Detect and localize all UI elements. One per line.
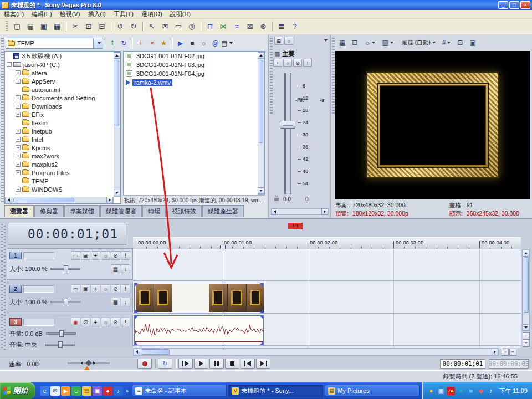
track-row-1[interactable] [133, 249, 521, 281]
tree-item[interactable]: +max2work [6, 152, 114, 160]
track-name-field[interactable] [23, 319, 54, 326]
mute[interactable]: ⊘ [111, 251, 120, 260]
record-arm[interactable]: ◉ [71, 318, 80, 326]
menu-item[interactable]: 檢視(V) [56, 9, 84, 19]
solo[interactable]: ! [121, 318, 130, 326]
dock-tab[interactable]: 媒體產生器 [202, 205, 244, 217]
scroll-up-button[interactable] [258, 52, 264, 59]
track-motion[interactable]: ▣ [81, 251, 90, 260]
tree-expand-toggle[interactable]: + [16, 154, 21, 158]
go-to-start-button[interactable] [241, 359, 255, 369]
insert-assignable-fx[interactable]: ☼ [284, 37, 293, 45]
tree-expand-toggle[interactable]: + [16, 187, 21, 192]
preview-grip[interactable] [332, 38, 335, 115]
tree-expand-toggle[interactable]: + [16, 79, 21, 84]
time-ruler[interactable]: 00:00:00;0000:00:01;0000:00:02;0000:00:0… [133, 237, 521, 249]
tray-icon-2[interactable]: ▣ [437, 387, 445, 395]
tree-expand-toggle[interactable]: + [16, 112, 21, 117]
tree-item[interactable]: +Downloads [6, 102, 114, 110]
track-level-slider[interactable] [50, 268, 80, 270]
track-header-1[interactable]: 1 ▭▣+☼⊘! 大小: 100.0 % ▦↓ [7, 248, 133, 280]
tree-expand-toggle[interactable]: + [16, 170, 21, 175]
tree-item[interactable]: +Documents and Setting [6, 94, 114, 102]
scroll-up-button[interactable] [114, 52, 120, 59]
scroll-right-button[interactable] [106, 197, 113, 203]
quick-launch-chevron[interactable]: » [125, 387, 129, 394]
lock-envelopes[interactable]: ⊠ [243, 20, 257, 33]
track-number[interactable]: 3 [9, 318, 22, 326]
video-event[interactable] [134, 283, 264, 313]
rate-handle[interactable] [85, 360, 91, 366]
project-video-properties[interactable]: ▦ [336, 37, 348, 48]
restore-button[interactable]: □ [509, 1, 519, 9]
slider-knob[interactable] [64, 299, 68, 305]
zoom-in-button[interactable]: + [509, 349, 516, 356]
delete[interactable]: × [146, 38, 158, 49]
menu-item[interactable]: 編輯(E) [28, 9, 56, 19]
pause-button[interactable] [209, 359, 224, 369]
save-project[interactable]: ▣ [37, 20, 50, 33]
undo[interactable]: ↺ [114, 20, 127, 33]
tree-item[interactable]: autorun.inf [6, 85, 114, 94]
msn-icon[interactable]: ☺ [71, 386, 81, 396]
track-level-slider[interactable] [50, 301, 80, 303]
open-project[interactable]: ▤ [24, 20, 37, 33]
tree-item[interactable]: TEMP [6, 177, 114, 185]
close-button[interactable]: × [520, 1, 530, 9]
views[interactable]: ▤ [221, 38, 233, 49]
timeline-grip[interactable] [1, 224, 6, 350]
tree-item[interactable]: +Intel [6, 135, 114, 144]
automation-settings[interactable]: + [91, 318, 100, 326]
task-notepad[interactable]: ≡未命名 - 記事本 [132, 385, 227, 397]
zoom-out-button[interactable]: − [523, 332, 530, 340]
tray-icon-4[interactable]: + [457, 387, 465, 395]
scroll-thumb[interactable] [524, 257, 529, 313]
project-properties[interactable]: ▦ [50, 20, 64, 33]
scroll-up-button[interactable] [523, 250, 529, 257]
start-preview[interactable]: ▶ [175, 38, 186, 49]
tree-item[interactable]: +EFix [6, 110, 114, 119]
lock-icon[interactable] [274, 198, 279, 201]
tray-icon-1[interactable]: ● [427, 387, 435, 395]
track-header-3[interactable]: 3 ◉∅+☼⊘! 音量: 0.0 dB 音場: 中央 [7, 315, 133, 346]
bypass-motion-blur[interactable]: ▭ [71, 284, 80, 293]
tree-item[interactable]: 3.5 軟碟機 (A:) [6, 52, 114, 60]
make-compositing-child[interactable]: ↓ [121, 298, 130, 306]
toolbar-grip[interactable] [6, 21, 8, 32]
automation-settings[interactable]: + [91, 251, 100, 260]
tree-item[interactable]: flexlm [6, 119, 114, 127]
track-fx[interactable]: ☼ [101, 318, 110, 326]
title-bar[interactable]: 未標題的 * - Sony Vegas Pro 8.0 _ □ × [0, 0, 532, 10]
auto-preview[interactable]: ☼ [198, 38, 209, 49]
bus-fx[interactable]: ☼ [283, 59, 292, 67]
task-vegas[interactable]: V未標題的 * - Sony... [228, 385, 323, 397]
zoom-edit-tool[interactable]: ◎ [185, 20, 198, 33]
track-name-field[interactable] [23, 285, 54, 293]
bypass-motion-blur[interactable]: ▭ [71, 251, 80, 260]
time-display[interactable]: 00:00:01;01 [8, 223, 126, 245]
tree-item[interactable]: +Kpcms [6, 144, 114, 152]
whats-this-help[interactable]: ? [288, 20, 301, 33]
split-screen-view[interactable]: ▥ [379, 37, 396, 48]
dock-tab[interactable]: 轉場 [142, 205, 166, 217]
volume-envelope-line[interactable] [135, 341, 263, 342]
paste[interactable]: ⊟ [95, 20, 109, 33]
menu-item[interactable]: 插入(I) [84, 9, 109, 19]
tray-icon-za[interactable]: ZA [447, 387, 455, 395]
go-to-end-button[interactable] [256, 359, 270, 369]
player-icon[interactable]: ● [103, 386, 112, 396]
stop-preview[interactable]: ■ [186, 38, 198, 49]
address-dropdown-button[interactable] [93, 38, 103, 48]
bus-solo[interactable]: ! [303, 59, 312, 67]
up-one-level[interactable]: ↥ [106, 38, 118, 49]
scroll-right-button[interactable] [321, 208, 328, 215]
scroll-left-button[interactable] [6, 197, 12, 203]
record-button[interactable] [137, 359, 152, 369]
cursor-time-display[interactable]: 00:00:01;01 [440, 359, 485, 369]
track-motion[interactable]: ▣ [81, 284, 90, 293]
zoom-out-button[interactable]: − [502, 349, 509, 356]
track-pan-slider[interactable] [45, 344, 75, 346]
normal-edit-tool[interactable]: ↖ [145, 20, 158, 33]
scroll-thumb[interactable] [141, 349, 170, 355]
mixer-scrollbar[interactable] [271, 208, 329, 215]
